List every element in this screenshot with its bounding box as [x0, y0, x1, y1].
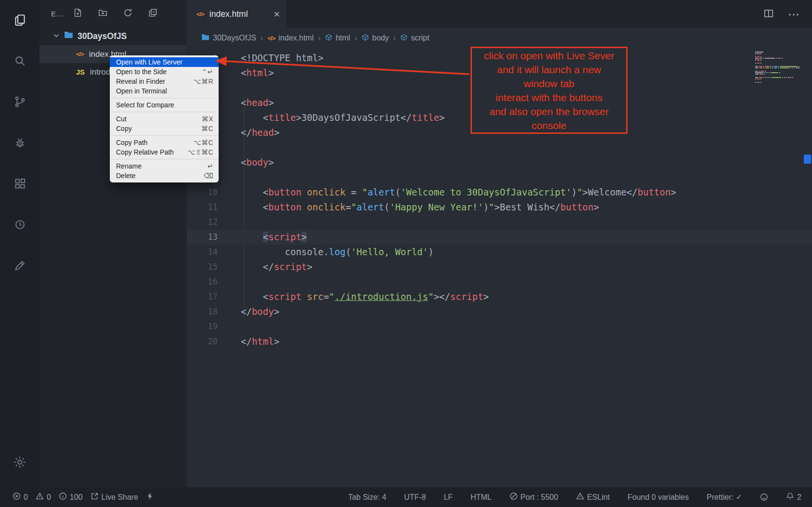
explorer-title: E… — [51, 10, 73, 18]
breadcrumb-separator: › — [393, 33, 396, 43]
breadcrumb-folder[interactable]: 30DaysOfJS — [201, 34, 256, 43]
settings-gear-icon[interactable] — [8, 451, 31, 474]
split-editor-icon[interactable] — [764, 9, 773, 20]
explorer-actions — [73, 8, 157, 19]
code-line[interactable]: 15 </script> — [187, 260, 812, 274]
menu-item-rename[interactable]: Rename↵ — [110, 161, 219, 171]
menu-separator — [110, 159, 219, 159]
status-info[interactable]: 100 — [56, 492, 86, 502]
editor-actions: ⋯ — [764, 0, 812, 28]
slash-circle-icon — [510, 492, 518, 502]
status-prettier[interactable]: Prettier: ✓ — [704, 493, 745, 502]
menu-item-open-with-live-server[interactable]: Open with Live Server — [110, 57, 219, 67]
error-circle-icon — [13, 492, 21, 502]
menu-separator — [110, 135, 219, 136]
html-file-icon: </> — [76, 51, 84, 58]
code-line[interactable]: 10 <button onclick = "alert('Welcome to … — [187, 185, 812, 200]
code-line[interactable]: 17 <script src="./introduction.js"></scr… — [187, 289, 812, 304]
tab-index-html[interactable]: </> index.html × — [187, 0, 287, 28]
status-found-variables[interactable]: Found 0 variables — [625, 493, 692, 502]
menu-item-open-in-terminal[interactable]: Open in Terminal — [110, 86, 219, 96]
explorer-icon[interactable] — [8, 8, 31, 31]
minimap[interactable] — [755, 52, 799, 83]
menu-item-copy-path[interactable]: Copy Path⌥⌘C — [110, 138, 219, 147]
menu-item-cut[interactable]: Cut⌘X — [110, 114, 219, 124]
context-menu: Open with Live Server Open to the Side⌃↵… — [110, 55, 219, 182]
refresh-icon[interactable] — [123, 8, 132, 19]
tab-bar: </> index.html × ⋯ — [187, 0, 812, 28]
history-clock-icon[interactable] — [8, 213, 31, 236]
code-line[interactable]: 20</html> — [187, 334, 812, 349]
menu-separator — [110, 98, 219, 98]
status-warnings[interactable]: 0 — [33, 492, 54, 502]
edit-pen-icon[interactable] — [8, 254, 31, 277]
status-left: 0 0 100 Live Share — [10, 492, 160, 502]
folder-icon — [201, 34, 210, 43]
chevron-down-icon — [53, 31, 60, 41]
breadcrumb-separator: › — [261, 33, 263, 43]
status-bar: 0 0 100 Live Share Tab Size: 4 UTF-8 LF … — [0, 487, 812, 507]
folder-icon — [64, 31, 73, 41]
code-line[interactable]: 12 — [187, 215, 812, 230]
html-file-icon: </> — [196, 11, 204, 18]
breadcrumb-script[interactable]: script — [400, 34, 429, 43]
status-notifications[interactable]: 2 — [783, 492, 804, 502]
activity-bar — [0, 0, 39, 487]
status-right: Tab Size: 4 UTF-8 LF HTML Port : 5500 ES… — [345, 492, 804, 502]
new-file-icon[interactable] — [73, 8, 82, 19]
warning-triangle-icon — [36, 492, 44, 502]
menu-item-copy-relative-path[interactable]: Copy Relative Path⌥⇧⌘C — [110, 147, 219, 157]
status-errors[interactable]: 0 — [10, 492, 31, 502]
extensions-icon[interactable] — [8, 172, 31, 195]
status-tab-size[interactable]: Tab Size: 4 — [345, 493, 389, 502]
code-line[interactable]: 11 <button onclick="alert('Happy New Yea… — [187, 200, 812, 215]
menu-item-delete[interactable]: Delete⌫ — [110, 171, 219, 181]
scrollbar-marker — [804, 155, 811, 164]
code-line[interactable]: 7 — [187, 140, 812, 155]
info-circle-icon — [59, 492, 67, 502]
code-line[interactable]: 13 <script> — [187, 230, 812, 245]
status-encoding[interactable]: UTF-8 — [401, 493, 429, 502]
code-line[interactable]: 16 — [187, 274, 812, 289]
folder-root-row[interactable]: 30DaysOfJS — [39, 27, 187, 45]
breadcrumb-html[interactable]: html — [325, 34, 350, 43]
status-port[interactable]: Port : 5500 — [507, 492, 561, 502]
status-eol[interactable]: LF — [441, 493, 456, 502]
search-icon[interactable] — [8, 49, 31, 72]
annotation-text: click on open with Live Sever and it wil… — [484, 49, 615, 132]
code-line[interactable]: 14 console.log('Hello, World') — [187, 245, 812, 260]
status-lightning[interactable] — [143, 492, 160, 502]
code-line[interactable]: 19 — [187, 319, 812, 334]
source-control-icon[interactable] — [8, 90, 31, 113]
breadcrumb-file[interactable]: </> index.html — [267, 34, 314, 42]
breadcrumb: 30DaysOfJS › </> index.html › html › bod… — [187, 28, 812, 48]
menu-separator — [110, 112, 219, 112]
status-eslint[interactable]: ESLint — [573, 492, 613, 502]
menu-item-select-for-compare[interactable]: Select for Compare — [110, 100, 219, 110]
bell-icon — [786, 492, 794, 502]
symbol-cube-icon — [325, 34, 332, 43]
symbol-cube-icon — [362, 34, 369, 43]
warning-triangle-icon — [576, 492, 584, 502]
lightning-icon — [146, 492, 154, 502]
tab-label: index.html — [210, 9, 248, 19]
explorer-header: E… — [39, 0, 187, 27]
breadcrumb-separator: › — [354, 33, 357, 43]
close-icon[interactable]: × — [274, 9, 280, 20]
code-line[interactable]: 8<body> — [187, 155, 812, 170]
code-line[interactable]: 9 — [187, 170, 812, 185]
menu-item-copy[interactable]: Copy⌘C — [110, 124, 219, 133]
status-live-share[interactable]: Live Share — [88, 492, 142, 502]
code-line[interactable]: 18</body> — [187, 304, 812, 319]
debug-icon[interactable] — [8, 131, 31, 154]
feedback-smiley-icon[interactable] — [757, 493, 771, 501]
annotation-box: click on open with Live Sever and it wil… — [471, 47, 628, 134]
new-folder-icon[interactable] — [98, 8, 107, 19]
more-actions-icon[interactable]: ⋯ — [788, 9, 799, 20]
menu-item-open-to-the-side[interactable]: Open to the Side⌃↵ — [110, 67, 219, 77]
status-language[interactable]: HTML — [468, 493, 495, 502]
menu-item-reveal-in-finder[interactable]: Reveal in Finder⌥⌘R — [110, 77, 219, 86]
breadcrumb-body[interactable]: body — [362, 34, 389, 43]
live-share-icon — [91, 492, 99, 502]
collapse-all-icon[interactable] — [148, 8, 157, 19]
